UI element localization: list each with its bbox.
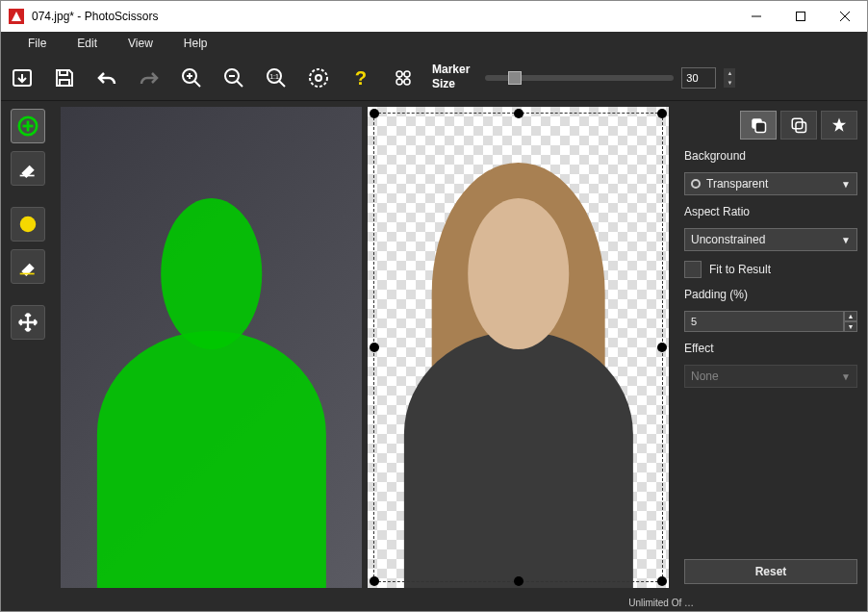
transparent-icon [691,179,701,189]
background-value: Transparent [706,177,768,191]
aspect-ratio-dropdown[interactable]: Unconstrained ▼ [684,228,857,251]
result-pane[interactable] [368,107,669,588]
eraser-foreground-tool[interactable] [11,151,45,186]
fit-to-result-label: Fit to Result [709,263,771,276]
save-button[interactable] [51,64,78,91]
tool-sidebar [1,101,55,594]
original-pane[interactable] [61,107,362,588]
marker-size-up[interactable]: ▲ [724,68,735,78]
undo-button[interactable] [93,64,120,91]
app-icon [9,9,24,24]
svg-text:1:1: 1:1 [269,73,279,80]
crop-handle-r[interactable] [657,343,667,352]
app-window: 074.jpg* - PhotoScissors File Edit View … [0,0,868,612]
svg-rect-37 [792,118,803,129]
svg-point-24 [404,79,410,85]
padding-label: Padding (%) [684,288,857,301]
titlebar: 074.jpg* - PhotoScissors [1,1,867,32]
maximize-button[interactable] [779,1,823,32]
eraser-background-tool[interactable] [11,249,45,284]
window-title: 074.jpg* - PhotoScissors [32,10,734,23]
svg-point-22 [404,71,410,77]
chevron-down-icon: ▼ [841,235,851,245]
svg-point-23 [396,79,402,85]
minimize-button[interactable] [734,1,779,32]
foreground-mask-overlay [90,145,331,588]
batch-button[interactable] [390,64,417,91]
svg-point-33 [20,217,37,233]
svg-point-18 [310,69,327,87]
svg-rect-2 [797,13,805,21]
effect-label: Effect [684,342,857,355]
zoom-fit-button[interactable] [305,64,332,91]
menu-file[interactable]: File [13,37,62,50]
svg-rect-38 [796,122,806,133]
marker-size-input[interactable] [681,67,716,89]
zoom-actual-button[interactable]: 1:1 [263,64,290,91]
panel-tab-effects[interactable] [821,111,857,140]
zoom-out-button[interactable] [220,64,247,91]
svg-line-16 [279,81,285,87]
close-button[interactable] [823,1,867,32]
background-label: Background [684,149,857,163]
open-button[interactable] [9,64,36,91]
menu-edit[interactable]: Edit [62,37,113,50]
svg-point-21 [396,71,402,77]
crop-handle-bl[interactable] [370,576,379,586]
background-dropdown[interactable]: Transparent ▼ [684,172,857,195]
properties-panel: Background Transparent ▼ Aspect Ratio Un… [675,101,867,594]
effect-value: None [691,370,719,383]
panel-tab-background[interactable] [740,111,777,140]
toolbar: 1:1 ? MarkerSize ▲ ▼ [1,55,867,101]
menu-help[interactable]: Help [168,37,223,50]
svg-rect-34 [20,273,35,275]
crop-handle-tr[interactable] [657,109,667,118]
zoom-in-button[interactable] [178,64,205,91]
reset-button[interactable]: Reset [684,559,857,584]
move-tool[interactable] [11,305,45,340]
padding-down[interactable]: ▼ [844,321,857,332]
marker-size-label: MarkerSize [432,64,470,90]
add-background-tool[interactable] [11,207,45,242]
crop-handle-t[interactable] [514,109,523,118]
svg-text:?: ? [355,67,367,89]
svg-rect-6 [60,70,67,75]
svg-line-9 [194,81,200,87]
help-button[interactable]: ? [347,64,374,91]
crop-handle-l[interactable] [370,343,379,352]
chevron-down-icon: ▼ [841,371,851,382]
crop-frame[interactable] [373,113,663,582]
redo-button[interactable] [136,64,163,91]
fit-to-result-checkbox[interactable] [684,261,702,278]
panel-tab-foreground[interactable] [780,111,817,140]
marker-size-slider[interactable] [485,75,674,81]
statusbar: Unlimited Of … [1,594,867,611]
svg-point-19 [316,75,321,81]
padding-up[interactable]: ▲ [844,311,857,321]
menubar: File Edit View Help [1,32,867,55]
svg-rect-36 [755,122,766,133]
svg-line-13 [237,81,243,87]
crop-handle-tl[interactable] [370,109,379,118]
add-foreground-tool[interactable] [11,109,45,143]
svg-rect-7 [60,80,69,86]
chevron-down-icon: ▼ [841,179,851,190]
canvas-area [55,101,675,594]
svg-rect-32 [20,175,35,177]
status-text: Unlimited Of … [628,598,694,608]
main-area: Background Transparent ▼ Aspect Ratio Un… [1,101,867,594]
crop-handle-b[interactable] [514,576,523,586]
menu-view[interactable]: View [113,37,168,50]
aspect-ratio-value: Unconstrained [691,233,765,246]
aspect-ratio-label: Aspect Ratio [684,205,857,218]
padding-input[interactable] [684,311,844,332]
crop-handle-br[interactable] [657,576,667,586]
marker-size-down[interactable]: ▼ [724,78,735,88]
effect-dropdown: None ▼ [684,365,857,388]
slider-thumb[interactable] [508,71,522,85]
